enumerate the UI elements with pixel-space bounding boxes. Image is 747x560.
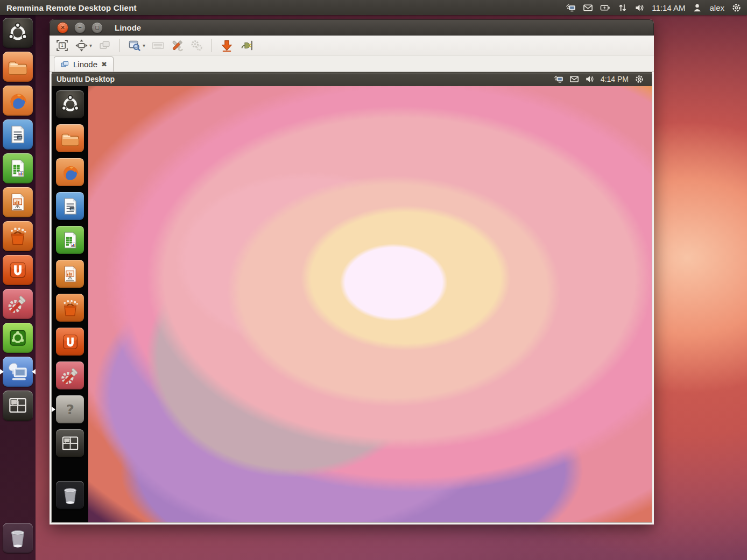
host-launcher-item-trash[interactable]: [0, 523, 36, 553]
window-titlebar[interactable]: ✕−▢ Linode: [50, 19, 654, 36]
session-gear-icon[interactable]: [731, 3, 742, 13]
remote-launcher-item-libreoffice-writer[interactable]: [52, 192, 88, 220]
host-indicator-tray: 11:14 AM alex: [566, 3, 747, 13]
volume-icon[interactable]: [635, 3, 645, 13]
tools-icon: [171, 39, 184, 52]
tools-button[interactable]: [169, 38, 186, 53]
remote-launcher-item-unknown-app[interactable]: [52, 395, 88, 423]
trash-icon: [56, 481, 84, 509]
firefox-icon: [3, 86, 33, 116]
close-button[interactable]: ✕: [57, 22, 68, 33]
remote-launcher-item-ubuntu-one[interactable]: [52, 328, 88, 356]
remote-network-icon[interactable]: [566, 3, 576, 13]
toolbar-separator: [119, 39, 120, 52]
folder-icon: [3, 52, 33, 82]
host-launcher-item-system-settings[interactable]: [0, 289, 36, 319]
remote-launcher-item-software-center[interactable]: [52, 294, 88, 322]
plug-icon: [239, 39, 253, 52]
ubuntu-icon: [56, 90, 84, 118]
workspaces-icon: [56, 429, 84, 457]
toolbar-separator: [212, 39, 212, 52]
remote-panel-title: Ubuntu Desktop: [57, 75, 115, 83]
scaled-mode-button[interactable]: ▾: [126, 38, 147, 53]
fullscreen-button[interactable]: [54, 38, 71, 53]
host-launcher-item-remmina[interactable]: [0, 357, 36, 387]
remote-clock[interactable]: 4:14 PM: [601, 75, 629, 83]
calc-icon: [56, 226, 84, 254]
window-controls: ✕−▢: [57, 22, 103, 33]
workspaces-icon: [3, 391, 33, 421]
volume-icon[interactable]: [585, 74, 595, 84]
question-icon: [56, 395, 84, 423]
remote-network-icon[interactable]: [554, 74, 563, 84]
impress-icon: [3, 187, 33, 217]
fit-icon: [75, 39, 88, 52]
focused-indicator-arrow: [32, 369, 36, 374]
host-launcher-item-ubuntu-one[interactable]: [0, 255, 36, 285]
impress-icon: [56, 260, 84, 288]
tab-linode[interactable]: Linode ✖: [54, 56, 114, 72]
mail-icon[interactable]: [583, 3, 593, 13]
remote-launcher-item-firefox[interactable]: [52, 158, 88, 186]
switch-tab-button[interactable]: [96, 38, 113, 53]
dropdown-caret-icon[interactable]: ▾: [143, 42, 145, 48]
host-launcher-item-dash-home[interactable]: [0, 18, 36, 48]
remote-indicator-icons: [554, 74, 595, 84]
remote-launcher-item-libreoffice-impress[interactable]: [52, 260, 88, 288]
minimize-window-button[interactable]: [219, 38, 235, 53]
remote-launcher-item-system-settings[interactable]: [52, 361, 88, 389]
writer-icon: [3, 119, 33, 150]
host-app-title: Remmina Remote Desktop Client: [6, 3, 137, 12]
remote-launcher-item-dash-home[interactable]: [52, 90, 88, 118]
keyboard-icon: [151, 39, 165, 52]
disconnect-button[interactable]: [238, 38, 255, 53]
host-unity-launcher: [0, 15, 36, 560]
remote-session-viewport: Ubuntu Desktop 4:14 PM: [50, 72, 654, 524]
remmina-toolbar: ▾▾: [50, 36, 654, 55]
sync-icon[interactable]: [617, 3, 628, 13]
remote-launcher-item-workspace-switcher[interactable]: [52, 429, 88, 457]
user-icon[interactable]: [692, 3, 702, 13]
window-title: Linode: [115, 23, 141, 32]
remote-launcher-item-trash[interactable]: [52, 481, 88, 509]
host-launcher-item-libreoffice-writer[interactable]: [0, 119, 36, 150]
remote-launcher-item-libreoffice-calc[interactable]: [52, 226, 88, 254]
host-launcher-item-firefox[interactable]: [0, 86, 36, 116]
scaled-icon: [128, 39, 142, 52]
battery-icon[interactable]: [600, 3, 610, 13]
minimize-button[interactable]: −: [74, 22, 86, 33]
running-indicator-arrow: [52, 407, 55, 412]
remote-unity-launcher: [52, 86, 88, 522]
arrowdown-icon: [220, 39, 234, 52]
remote-launcher-item-home-folder[interactable]: [52, 124, 88, 152]
host-clock[interactable]: 11:14 AM: [652, 3, 685, 12]
settings-icon: [56, 361, 84, 389]
gears-icon: [190, 39, 203, 52]
remote-indicator-tray: 4:14 PM: [554, 74, 652, 84]
firefox-icon: [56, 158, 84, 186]
maximize-button[interactable]: ▢: [91, 22, 103, 33]
settings-icon: [3, 289, 33, 319]
host-launcher-item-software-center[interactable]: [0, 221, 36, 251]
remmina-icon: [3, 357, 33, 387]
host-launcher-item-home-folder[interactable]: [0, 52, 36, 82]
fullscreen-icon: [55, 39, 69, 52]
remote-desktop-view[interactable]: [52, 86, 652, 522]
preferences-button[interactable]: [188, 38, 205, 53]
host-username[interactable]: alex: [709, 3, 724, 12]
fit-window-button[interactable]: ▾: [73, 38, 94, 53]
dropdown-caret-icon[interactable]: ▾: [89, 42, 92, 48]
tab-close-icon[interactable]: ✖: [101, 61, 107, 68]
session-gear-icon[interactable]: [635, 74, 644, 84]
trash-icon: [3, 523, 33, 553]
duplicate-icon: [98, 39, 111, 52]
software-icon: [56, 294, 84, 322]
host-launcher-item-libreoffice-calc[interactable]: [0, 153, 36, 183]
tab-window-icon: [60, 60, 69, 69]
ubuntuone-icon: [3, 255, 33, 285]
host-launcher-item-workspace-switcher[interactable]: [0, 391, 36, 421]
mail-icon[interactable]: [569, 74, 579, 84]
host-launcher-item-libreoffice-impress[interactable]: [0, 187, 36, 217]
grab-keyboard-button[interactable]: [150, 38, 166, 53]
host-launcher-item-ubuntu-green-app[interactable]: [0, 323, 36, 353]
